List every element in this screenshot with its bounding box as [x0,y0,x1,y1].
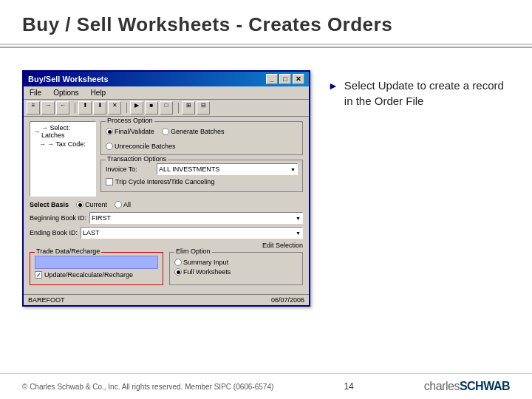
menu-file[interactable]: File [27,88,44,98]
statusbar-right: 06/07/2006 [271,296,304,304]
footer-copyright: © Charles Schwab & Co., Inc. All rights … [22,383,273,391]
page-header: Buy / Sell Worksheets - Creates Orders [0,0,532,45]
trip-cycle-checkbox-row: Trip Cycle Interest/Title Canceling [106,178,298,185]
footer-logo: charlesSCHWAB [424,380,510,393]
dropdown-arrow-icon: ▼ [290,167,296,172]
titlebar-buttons: _ □ ✕ [266,74,304,84]
bullet-arrow-icon: ► [328,79,338,92]
trip-cycle-label: Trip Cycle Interest/Title Canceling [115,178,214,185]
invoice-to-label: Invoice To: [106,166,154,173]
beginning-book-value: FIRST [92,214,111,222]
page-footer: © Charles Schwab & Co., Inc. All rights … [0,373,532,399]
update-recalculate-checkbox-row: ✓ Update/Recalculate/Recharge [35,271,158,279]
radio-btn-current[interactable] [76,201,83,208]
tree-arrow-icon-2: → [39,140,46,148]
trade-data-title: Trade Data/Recharge [35,248,101,255]
radio-final-validate[interactable]: Final/Validate [106,128,154,135]
update-recalculate-label: Update/Recalculate/Recharge [44,271,133,279]
radio-label-all: All [123,201,131,208]
invoice-to-dropdown[interactable]: ALL INVESTMENTS ▼ [157,163,298,175]
trip-cycle-checkbox[interactable] [106,178,113,185]
tree-item-tax-code[interactable]: → → Tax Code: [32,140,94,149]
radio-btn-unreconcile[interactable] [106,143,113,150]
toolbar-btn-11[interactable]: ⊟ [197,101,210,115]
elim-option-title: Elim Option [174,248,212,255]
ending-book-label: Ending Book ID: [30,229,78,236]
page-title: Buy / Sell Worksheets - Creates Orders [22,13,510,36]
tree-view-pane: → → Select: Latches → → Tax Code: [30,121,96,197]
radio-current[interactable]: Current [76,201,107,208]
toolbar-btn-4[interactable]: ⬆ [78,101,92,115]
win-statusbar: BAREFOOT 06/07/2006 [24,294,309,305]
dropdown-arrow-icon-2: ▼ [296,216,301,221]
toolbar-separator [72,103,75,113]
toolbar-btn-2[interactable]: → [41,101,55,115]
radio-btn-full[interactable] [174,268,182,276]
maximize-button[interactable]: □ [279,74,291,84]
radio-label-unreconcile: Unreconcile Batches [115,143,176,150]
toolbar-btn-7[interactable]: ▶ [130,101,143,115]
process-option-title: Process Option [106,117,154,124]
toolbar-btn-5[interactable]: ⬇ [93,101,106,115]
dialog-panes: → → Select: Latches → → Tax Code: Proces… [30,121,303,197]
radio-label-final: Final/Validate [115,128,154,135]
radio-generate-batches[interactable]: Generate Batches [162,128,225,135]
transaction-options-group: Transaction Options Invoice To: ALL INVE… [100,160,303,192]
toolbar-btn-8[interactable]: ■ [145,101,158,115]
tree-item-select-latches[interactable]: → → Select: Latches [32,123,94,140]
radio-unreconcile[interactable]: Unreconcile Batches [106,143,176,150]
tree-item-label: → Select: Latches [41,124,92,139]
tree-arrow-icon: → [33,128,40,135]
logo-part2: SCHWAB [460,380,510,392]
radio-btn-all[interactable] [115,201,122,208]
radio-summary-input[interactable]: Summary Input [174,259,298,266]
radio-label-generate: Generate Batches [171,128,225,135]
radio-btn-summary[interactable] [174,259,182,266]
beginning-book-row: Beginning Book ID: FIRST ▼ [30,212,303,224]
toolbar-separator-2 [124,103,127,113]
bullet-item-0: ► Select Update to create a record in th… [328,78,510,109]
toolbar-btn-10[interactable]: ⊞ [182,101,195,115]
options-pane: Process Option Final/Validate Generate B… [100,121,303,197]
toolbar-separator-3 [176,103,179,113]
toolbar-btn-3[interactable]: ← [56,101,69,115]
update-recalculate-checkbox[interactable]: ✓ [35,271,42,279]
menu-options[interactable]: Options [50,88,81,98]
dialog-body: → → Select: Latches → → Tax Code: Proces… [24,117,309,294]
win-menubar: File Options Help [24,86,309,100]
radio-label-full: Full Worksheets [183,268,231,276]
invoice-to-value: ALL INVESTMENTS [159,166,219,173]
radio-all[interactable]: All [115,201,131,208]
toolbar-btn-9[interactable]: □ [160,101,173,115]
select-basis-label: Select Basis [30,201,69,208]
logo-part1: charles [424,380,460,392]
beginning-book-dropdown[interactable]: FIRST ▼ [89,212,303,224]
close-button[interactable]: ✕ [293,74,304,84]
radio-label-summary: Summary Input [183,259,228,266]
toolbar-btn-6[interactable]: ✕ [108,101,121,115]
ending-book-row: Ending Book ID: LAST ▼ [30,227,303,239]
process-option-radios: Final/Validate Generate Batches Unreconc… [106,125,298,150]
win-dialog: Buy/Sell Worksheets _ □ ✕ File Options H… [22,70,310,307]
win-titlebar: Buy/Sell Worksheets _ □ ✕ [24,72,309,86]
bottom-groups: Trade Data/Recharge ✓ Update/Recalculate… [30,252,303,290]
radio-btn-generate[interactable] [162,128,169,135]
right-content: ► Select Update to create a record in th… [328,70,510,307]
statusbar-left: BAREFOOT [28,296,65,304]
edit-selection-label: Edit Selection [262,242,303,249]
dropdown-arrow-icon-3: ▼ [296,231,301,236]
minimize-button[interactable]: _ [266,74,278,84]
trade-data-group: Trade Data/Recharge ✓ Update/Recalculate… [30,252,163,285]
radio-btn-final[interactable] [106,128,113,135]
trade-data-placeholder [35,256,158,269]
tree-item-label-2: → Tax Code: [47,140,86,148]
transaction-options-title: Transaction Options [106,155,168,163]
radio-full-worksheets[interactable]: Full Worksheets [174,268,298,276]
footer-page-number: 14 [344,381,353,392]
win-toolbar: ≡ → ← ⬆ ⬇ ✕ ▶ ■ □ ⊞ ⊟ [24,100,309,117]
ending-book-dropdown[interactable]: LAST ▼ [81,227,303,239]
dialog-area: Buy/Sell Worksheets _ □ ✕ File Options H… [22,70,310,307]
toolbar-btn-1[interactable]: ≡ [27,101,40,115]
menu-help[interactable]: Help [88,88,109,98]
radio-label-current: Current [85,201,107,208]
